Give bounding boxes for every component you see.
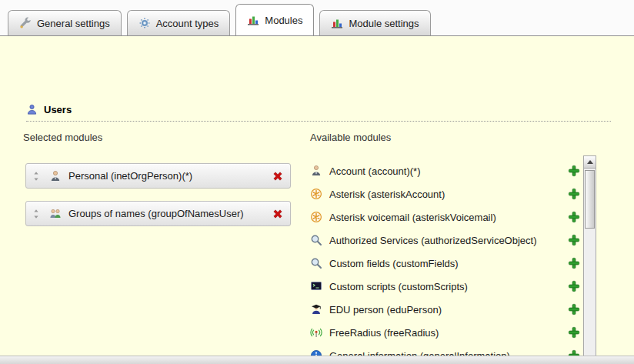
module-label: Custom fields (customFields) (329, 258, 568, 269)
available-modules-scrollbar[interactable] (583, 155, 596, 364)
tools-icon (19, 17, 32, 29)
magnifier-icon (310, 257, 322, 269)
person-icon (49, 170, 62, 182)
users-section-heading: Users (26, 104, 72, 115)
edu-person-icon (310, 303, 322, 316)
section-title: Users (44, 104, 72, 115)
chart-icon (331, 17, 343, 29)
available-module-row: EDU person (eduPerson) (310, 298, 580, 321)
modules-panel: Users Selected modules Available modules… (0, 36, 634, 356)
selected-module-row: Groups of names (groupOfNamesUser) (25, 201, 291, 226)
tab-label: General settings (37, 18, 110, 29)
chart-icon (247, 14, 259, 26)
antenna-icon (310, 326, 322, 339)
tab-module-settings[interactable]: Module settings (319, 10, 430, 35)
remove-module-button[interactable] (272, 208, 284, 220)
available-module-row: FreeRadius (freeRadius) (310, 321, 580, 344)
group-icon (49, 208, 62, 220)
asterisk-icon (310, 211, 322, 223)
module-label: Asterisk voicemail (asteriskVoicemail) (329, 212, 568, 223)
remove-module-button[interactable] (272, 170, 284, 182)
module-label: EDU person (eduPerson) (329, 304, 568, 316)
person-icon (310, 165, 322, 177)
scroll-up-button[interactable] (584, 156, 596, 169)
asterisk-icon (310, 188, 322, 200)
bottom-strip (0, 356, 634, 364)
tab-bar: General settings Account types Modules M… (8, 5, 431, 36)
module-label: Authorized Services (authorizedServiceOb… (329, 235, 568, 246)
available-module-row: Custom scripts (customScripts) (310, 275, 580, 298)
drag-handle-icon[interactable] (31, 209, 42, 219)
add-module-button[interactable] (568, 280, 580, 292)
add-module-button[interactable] (568, 188, 580, 200)
module-label: FreeRadius (freeRadius) (329, 327, 568, 339)
lam-configuration-page: General settings Account types Modules M… (0, 0, 634, 364)
available-module-row: Asterisk voicemail (asteriskVoicemail) (310, 205, 580, 229)
terminal-icon (310, 280, 322, 292)
add-module-button[interactable] (568, 326, 580, 339)
available-module-row: Custom fields (customFields) (310, 252, 580, 275)
add-module-button[interactable] (568, 165, 580, 177)
add-module-button[interactable] (568, 303, 580, 316)
selected-modules-heading: Selected modules (23, 132, 102, 143)
available-module-row: Account (account)(*) (310, 159, 580, 182)
user-icon (26, 104, 38, 115)
tab-account-types[interactable]: Account types (127, 10, 231, 35)
module-label: Custom scripts (customScripts) (329, 281, 568, 292)
tab-general-settings[interactable]: General settings (8, 10, 122, 35)
module-label: Account (account)(*) (329, 165, 568, 177)
add-module-button[interactable] (568, 257, 580, 269)
magnifier-icon (310, 234, 322, 246)
available-modules-heading: Available modules (310, 132, 391, 143)
module-label: Asterisk (asteriskAccount) (329, 189, 568, 200)
gear-icon (138, 17, 151, 29)
selected-modules-list: Personal (inetOrgPerson)(*) Groups of na… (25, 163, 291, 239)
add-module-button[interactable] (568, 234, 580, 246)
drag-handle-icon[interactable] (31, 171, 42, 182)
tab-label: Module settings (349, 18, 419, 29)
tab-label: Modules (265, 15, 302, 26)
module-label: Personal (inetOrgPerson)(*) (68, 170, 272, 182)
selected-module-row: Personal (inetOrgPerson)(*) (25, 163, 291, 189)
available-modules-list: Account (account)(*) Asterisk (asteriskA… (310, 159, 580, 364)
tab-modules[interactable]: Modules (235, 4, 314, 35)
available-module-row: Authorized Services (authorizedServiceOb… (310, 229, 580, 252)
tab-label: Account types (156, 18, 219, 29)
section-divider (26, 121, 611, 122)
arrow-up-icon (587, 160, 593, 164)
available-module-row: Asterisk (asteriskAccount) (310, 182, 580, 205)
scrollbar-thumb[interactable] (585, 170, 595, 229)
add-module-button[interactable] (568, 211, 580, 223)
module-label: Groups of names (groupOfNamesUser) (68, 208, 272, 219)
